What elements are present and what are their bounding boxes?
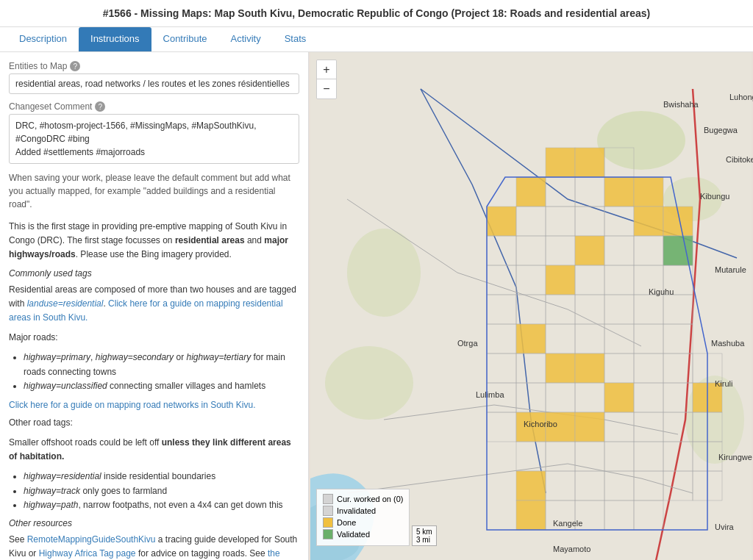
map-container[interactable]: Bwishaha Luhonga Bugegwa Cibitoke Kibung… xyxy=(309,52,753,560)
map-legend: Cur. worked on (0) Invalidated Done Vali… xyxy=(316,489,410,546)
svg-text:Bugegwa: Bugegwa xyxy=(704,126,738,134)
tab-stats[interactable]: Stats xyxy=(273,27,318,51)
main-layout: Entities to Map ? residential areas, roa… xyxy=(0,52,753,560)
zoom-out-button[interactable]: − xyxy=(317,79,336,98)
svg-rect-13 xyxy=(634,177,663,207)
other-road-label: Other road tags: xyxy=(9,416,299,430)
major-roads-label: Major roads: xyxy=(9,331,299,345)
svg-rect-52 xyxy=(546,353,575,383)
bullet-item-4: highway=track only goes to farmland xyxy=(24,484,299,498)
zoom-in-button[interactable]: + xyxy=(317,60,336,79)
hint-text: When saving your work, please leave the … xyxy=(9,171,299,211)
landuse-link[interactable]: landuse=residential xyxy=(27,298,104,309)
remote-mapping-link[interactable]: RemoteMappingGuideSouthKivu xyxy=(27,534,156,545)
svg-rect-14 xyxy=(487,207,516,236)
road-guide-link[interactable]: Click here for a guide on mapping road n… xyxy=(9,400,256,410)
svg-rect-12 xyxy=(604,177,634,207)
legend-item-current: Cur. worked on (0) xyxy=(323,494,403,504)
offshoot-bullet-list: highway=residential inside residential b… xyxy=(24,470,299,512)
offshoot-text: Smaller offshoot roads could be left off… xyxy=(9,436,299,464)
legend-item-invalidated: Invalidated xyxy=(323,506,403,516)
page-title: #1566 - Missing Maps: Map South Kivu, De… xyxy=(0,0,753,27)
commonly-used-label: Commonly used tags xyxy=(9,268,299,279)
bullet-item-2: highway=unclassified connecting smaller … xyxy=(24,379,299,393)
svg-text:Otrga: Otrga xyxy=(457,339,478,348)
svg-rect-9 xyxy=(516,177,546,207)
tab-bar: Description Instructions Contribute Acti… xyxy=(0,27,753,52)
legend-item-validated: Validated xyxy=(323,529,403,539)
legend-label-current: Cur. worked on (0) xyxy=(337,495,403,503)
tab-description[interactable]: Description xyxy=(7,27,79,51)
svg-rect-62 xyxy=(604,383,634,412)
legend-swatch-done xyxy=(323,517,333,528)
svg-text:Uvira: Uvira xyxy=(715,523,735,531)
svg-text:Kichoribo: Kichoribo xyxy=(524,420,557,428)
map-scale: 5 km 3 mi xyxy=(412,525,437,546)
bullet-item-1: highway=primary, highway=secondary or hi… xyxy=(24,351,299,378)
svg-text:Lulimba: Lulimba xyxy=(476,390,504,399)
svg-point-4 xyxy=(325,346,413,420)
bullet-item-3: highway=residential inside residential b… xyxy=(24,470,299,484)
legend-label-validated: Validated xyxy=(337,530,370,539)
bullet-item-5: highway=path, narrow footpaths, not even… xyxy=(24,498,299,512)
legend-swatch-current xyxy=(323,494,333,504)
svg-rect-6 xyxy=(546,148,575,177)
svg-text:Kiguhu: Kiguhu xyxy=(649,287,674,296)
svg-text:Kibungu: Kibungu xyxy=(700,192,729,201)
legend-item-done: Done xyxy=(323,517,403,528)
intro-text: This is the first stage in providing pre… xyxy=(9,220,299,262)
legend-label-done: Done xyxy=(337,518,356,527)
changeset-label: Changeset Comment ? xyxy=(9,101,299,112)
resources-text: See RemoteMappingGuideSouthKivu a tracin… xyxy=(9,533,299,560)
svg-rect-30 xyxy=(546,265,575,295)
entities-value: residential areas, road networks / les r… xyxy=(9,73,299,94)
legend-swatch-invalidated xyxy=(323,506,333,516)
legend-label-invalidated: Invalidated xyxy=(337,506,376,515)
svg-rect-24 xyxy=(575,236,604,265)
svg-text:Luhonga: Luhonga xyxy=(729,93,753,101)
svg-rect-7 xyxy=(575,148,604,177)
svg-text:Kangele: Kangele xyxy=(553,519,582,528)
svg-rect-69 xyxy=(575,412,604,442)
entities-help-icon[interactable]: ? xyxy=(70,61,80,71)
svg-rect-44 xyxy=(516,324,546,353)
map-panel: Bwishaha Luhonga Bugegwa Cibitoke Kibung… xyxy=(309,52,753,560)
svg-text:Mayamoto: Mayamoto xyxy=(553,545,590,553)
changeset-box: DRC, #hotosm-project-1566, #MissingMaps,… xyxy=(9,114,299,164)
svg-text:Kiruli: Kiruli xyxy=(715,379,732,388)
svg-rect-81 xyxy=(516,471,546,500)
roads-bullet-list: highway=primary, highway=secondary or hi… xyxy=(24,351,299,393)
svg-text:Mashuba: Mashuba xyxy=(711,339,745,348)
changeset-help-icon[interactable]: ? xyxy=(95,101,105,112)
tab-instructions[interactable]: Instructions xyxy=(79,27,151,51)
svg-text:Mutarule: Mutarule xyxy=(715,265,746,274)
svg-text:Kirungwe: Kirungwe xyxy=(718,453,752,462)
entities-label: Entities to Map ? xyxy=(9,61,299,71)
svg-point-1 xyxy=(597,111,685,170)
highway-africa-link[interactable]: Highway Africa Tag page xyxy=(39,548,136,559)
map-svg: Bwishaha Luhonga Bugegwa Cibitoke Kibung… xyxy=(309,52,753,560)
other-resources-label: Other resources xyxy=(9,518,299,528)
zoom-controls: + − xyxy=(316,60,337,99)
svg-rect-53 xyxy=(575,353,604,383)
residential-text: Residential areas are composed of more t… xyxy=(9,283,299,326)
svg-rect-19 xyxy=(634,207,663,236)
legend-swatch-validated xyxy=(323,529,333,539)
svg-text:Bwishaha: Bwishaha xyxy=(663,100,699,109)
svg-text:Cibitoke: Cibitoke xyxy=(726,155,753,164)
svg-point-3 xyxy=(347,229,421,317)
left-panel: Entities to Map ? residential areas, roa… xyxy=(0,52,309,560)
tab-activity[interactable]: Activity xyxy=(219,27,273,51)
svg-rect-88 xyxy=(516,500,546,530)
tab-contribute[interactable]: Contribute xyxy=(151,27,219,51)
